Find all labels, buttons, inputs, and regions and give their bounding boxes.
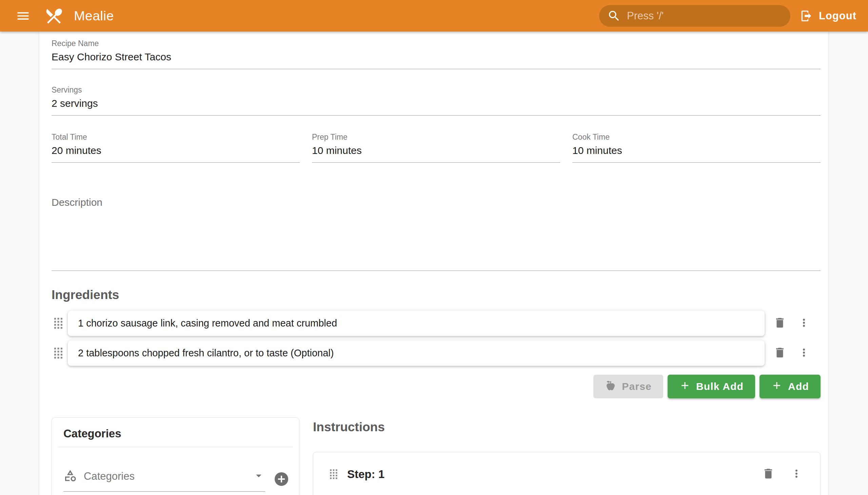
plus-icon (679, 380, 691, 394)
app-title: Mealie (74, 8, 114, 23)
trash-icon (773, 346, 786, 360)
recipe-name-label: Recipe Name (52, 39, 820, 48)
bottom-section: Categories Categories (52, 417, 820, 495)
step-more-button[interactable] (790, 467, 803, 481)
app-header: Mealie Logout (0, 0, 868, 32)
shapes-icon (63, 469, 77, 484)
trash-icon (773, 316, 786, 330)
ingredient-input[interactable] (78, 318, 754, 329)
add-category-button[interactable] (273, 471, 290, 488)
drag-handle-icon[interactable] (327, 468, 340, 480)
description-label: Description (52, 197, 820, 208)
ingredient-row (52, 340, 820, 366)
cook-time-label: Cook Time (572, 133, 820, 142)
mealie-logo-icon[interactable] (44, 6, 64, 26)
search-icon (607, 9, 621, 23)
step-header: Step: 1 (327, 467, 803, 481)
categories-card: Categories Categories (52, 417, 300, 495)
add-button[interactable]: Add (760, 375, 820, 398)
add-label: Add (788, 381, 809, 392)
categories-card-title: Categories (52, 418, 299, 447)
logout-button[interactable]: Logout (800, 10, 856, 22)
times-row: Total Time 20 minutes Prep Time 10 minut… (52, 133, 820, 163)
apple-icon (605, 380, 616, 394)
categories-select-row: Categories (52, 447, 299, 492)
trash-icon (762, 467, 775, 481)
servings-value[interactable]: 2 servings (52, 98, 820, 110)
cook-time-value[interactable]: 10 minutes (572, 145, 820, 157)
kebab-menu-icon (790, 467, 803, 481)
plus-icon (771, 380, 783, 394)
prep-time-value[interactable]: 10 minutes (312, 145, 560, 157)
cook-time-field[interactable]: Cook Time 10 minutes (572, 133, 820, 163)
logout-label: Logout (819, 10, 856, 22)
drag-handle-icon[interactable] (52, 346, 65, 360)
parse-button[interactable]: Parse (593, 375, 663, 398)
hamburger-icon (16, 8, 31, 23)
plus-circle-icon (273, 471, 290, 488)
instructions-column: Instructions Step: 1 (313, 417, 820, 495)
total-time-label: Total Time (52, 133, 300, 142)
categories-select-label: Categories (84, 470, 245, 482)
menu-button[interactable] (16, 8, 31, 23)
delete-ingredient-button[interactable] (773, 346, 786, 360)
categories-select[interactable]: Categories (63, 469, 265, 492)
step-card: Step: 1 C (313, 452, 820, 495)
total-time-value[interactable]: 20 minutes (52, 145, 300, 157)
ingredient-more-button[interactable] (798, 317, 810, 330)
total-time-field[interactable]: Total Time 20 minutes (52, 133, 300, 163)
servings-field[interactable]: Servings 2 servings (52, 85, 820, 116)
prep-time-field[interactable]: Prep Time 10 minutes (312, 133, 560, 163)
bulk-add-label: Bulk Add (696, 381, 744, 392)
parse-label: Parse (622, 381, 652, 392)
delete-ingredient-button[interactable] (773, 316, 786, 330)
prep-time-label: Prep Time (312, 133, 560, 142)
step-title: Step: 1 (347, 468, 762, 481)
search-input[interactable] (627, 10, 769, 22)
recipe-name-field[interactable]: Recipe Name Easy Chorizo Street Tacos (52, 39, 820, 69)
chevron-down-icon[interactable] (252, 469, 265, 483)
drag-handle-icon[interactable] (52, 317, 65, 330)
kebab-menu-icon (798, 346, 810, 360)
ingredient-more-button[interactable] (798, 346, 810, 360)
search-bar[interactable] (599, 5, 790, 27)
ingredient-actions: Parse Bulk Add Add (52, 375, 820, 398)
ingredient-input-card[interactable] (68, 340, 765, 366)
categories-column: Categories Categories (52, 417, 300, 495)
kebab-menu-icon (798, 317, 810, 330)
ingredient-input-card[interactable] (68, 310, 765, 336)
recipe-editor-sheet: Recipe Name Easy Chorizo Street Tacos Se… (39, 32, 828, 495)
servings-label: Servings (52, 85, 820, 95)
instructions-title: Instructions (313, 420, 820, 434)
bulk-add-button[interactable]: Bulk Add (668, 375, 755, 398)
ingredients-title: Ingredients (52, 288, 820, 302)
description-field[interactable]: Description (52, 197, 820, 271)
ingredient-row (52, 310, 820, 336)
ingredient-input[interactable] (78, 347, 754, 359)
logout-icon (800, 10, 813, 22)
delete-step-button[interactable] (762, 467, 775, 481)
recipe-name-value[interactable]: Easy Chorizo Street Tacos (52, 51, 820, 63)
description-value[interactable] (52, 208, 820, 265)
mealie-app: Mealie Logout Recipe Name Easy Chorizo S… (0, 0, 868, 495)
